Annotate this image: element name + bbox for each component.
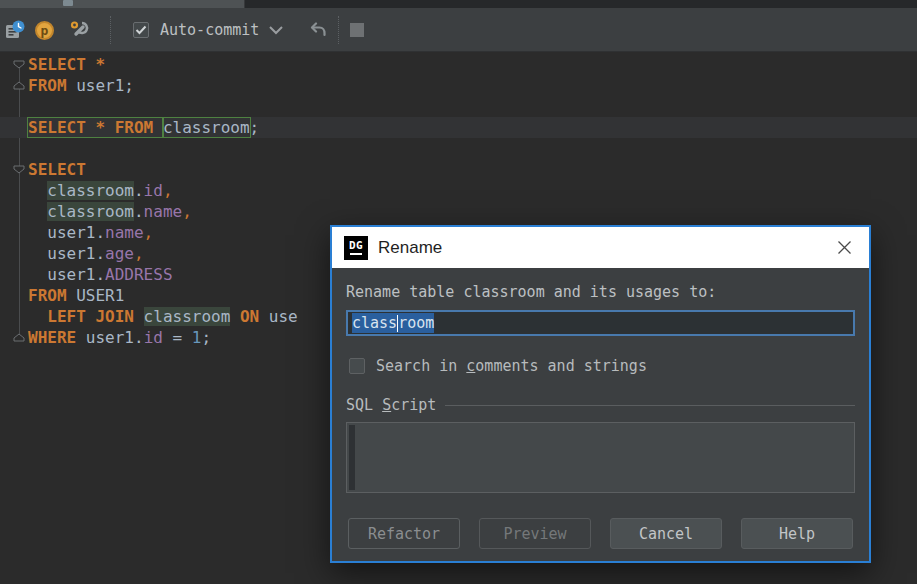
- usage-highlight: classroom: [47, 181, 134, 200]
- sql-script-label: SQL Script: [346, 396, 436, 414]
- code-line[interactable]: classroom.name,: [0, 201, 917, 222]
- code-token: [67, 286, 77, 305]
- code-line[interactable]: SELECT *: [0, 54, 917, 75]
- cancel-button[interactable]: Cancel: [610, 518, 722, 549]
- search-comments-checkbox[interactable]: Search in comments and strings: [346, 357, 855, 375]
- code-segment: WHERE user1.id = 1;: [28, 328, 211, 347]
- code-segment: classroom.name,: [28, 202, 192, 221]
- code-segment: ;: [250, 118, 260, 137]
- code-token: WHERE: [28, 328, 76, 347]
- script-panel-gutter: [349, 425, 355, 490]
- code-token: [153, 118, 163, 137]
- code-token: [230, 307, 240, 326]
- code-token: SELECT: [28, 118, 86, 137]
- code-line[interactable]: classroom.id,: [0, 180, 917, 201]
- code-token: ;: [124, 76, 134, 95]
- code-token: *: [86, 55, 105, 74]
- code-token: FROM: [115, 118, 154, 137]
- rollback-button[interactable]: [309, 8, 327, 52]
- rename-occurrence-box: classroom: [163, 118, 250, 137]
- code-token: ;: [250, 118, 260, 137]
- autocommit-checkbox[interactable]: [133, 8, 149, 52]
- code-token: SELECT: [28, 160, 86, 179]
- code-token: .: [95, 265, 105, 284]
- commit-history-button[interactable]: [4, 8, 26, 52]
- code-line[interactable]: SELECT: [0, 159, 917, 180]
- fold-down-marker[interactable]: [13, 165, 25, 174]
- close-icon: [837, 240, 852, 255]
- fold-down-marker[interactable]: [13, 60, 25, 69]
- code-token: user1: [47, 244, 95, 263]
- editor-tab[interactable]: [0, 0, 245, 8]
- code-token: user1: [47, 265, 95, 284]
- autocommit-dropdown[interactable]: [268, 8, 284, 52]
- settings-button[interactable]: [68, 8, 90, 52]
- code-token: [28, 223, 47, 242]
- code-token: [28, 244, 47, 263]
- code-line[interactable]: FROM user1;: [0, 75, 917, 96]
- rename-dialog: DG Rename Rename table classroom and its…: [330, 225, 871, 563]
- selected-text: classroom: [352, 313, 434, 333]
- rollback-icon: [309, 22, 327, 38]
- code-token: [134, 307, 144, 326]
- code-token: id: [144, 181, 163, 200]
- dialog-title: Rename: [378, 238, 442, 258]
- checkbox-unchecked-icon: [349, 358, 365, 374]
- sql-file-icon: [63, 0, 73, 6]
- preview-button[interactable]: Preview: [479, 518, 591, 549]
- code-segment: user1.name,: [28, 223, 153, 242]
- rename-prompt-label: Rename table classroom and its usages to…: [346, 283, 855, 301]
- code-token: [28, 307, 47, 326]
- sql-script-preview-panel[interactable]: [346, 422, 855, 493]
- code-line[interactable]: SELECT * FROM classroom;: [0, 117, 917, 138]
- refactor-button[interactable]: Refactor: [348, 518, 460, 549]
- code-token: FROM: [28, 286, 67, 305]
- code-token: user1: [86, 328, 134, 347]
- parameters-button[interactable]: p: [35, 8, 54, 52]
- code-token: SELECT: [28, 55, 86, 74]
- stop-button[interactable]: [350, 8, 364, 52]
- dialog-body: Rename table classroom and its usages to…: [332, 283, 869, 549]
- code-token: .: [134, 181, 144, 200]
- autocommit-label: Auto-commit: [160, 8, 259, 52]
- code-token: [76, 328, 86, 347]
- code-token: use: [259, 307, 298, 326]
- stop-icon: [350, 23, 364, 37]
- commit-history-icon: [4, 19, 26, 41]
- fold-up-marker[interactable]: [13, 81, 25, 90]
- code-segment: FROM user1;: [28, 76, 134, 95]
- code-segment: SELECT: [28, 160, 86, 179]
- code-token: name: [105, 223, 144, 242]
- checkbox-label: Search in comments and strings: [376, 357, 647, 375]
- code-token: ;: [201, 328, 211, 347]
- code-segment: user1.ADDRESS: [28, 265, 173, 284]
- rename-name-input[interactable]: classroom: [346, 310, 855, 336]
- code-token: name: [144, 202, 183, 221]
- code-token: classroom: [163, 118, 250, 137]
- fold-up-marker[interactable]: [13, 333, 25, 342]
- parameters-icon: p: [35, 21, 54, 40]
- code-token: .: [134, 328, 144, 347]
- dialog-close-button[interactable]: [831, 235, 857, 261]
- code-token: ,: [134, 244, 144, 263]
- code-token: LEFT JOIN: [47, 307, 134, 326]
- section-divider: [445, 405, 855, 406]
- code-token: FROM: [28, 76, 67, 95]
- help-button[interactable]: Help: [741, 518, 853, 549]
- code-token: .: [95, 244, 105, 263]
- code-token: [28, 265, 47, 284]
- code-line[interactable]: [0, 138, 917, 159]
- code-token: USER1: [76, 286, 124, 305]
- code-token: ON: [240, 307, 259, 326]
- code-token: user1: [76, 76, 124, 95]
- code-token: [28, 202, 47, 221]
- toolbar-separator: [110, 16, 111, 44]
- code-segment: LEFT JOIN classroom ON use: [28, 307, 298, 326]
- editor-toolbar: p Auto-commit: [0, 8, 917, 52]
- code-token: [67, 76, 77, 95]
- dialog-title-bar[interactable]: DG Rename: [332, 227, 869, 268]
- code-segment: classroom.id,: [28, 181, 173, 200]
- code-line[interactable]: [0, 96, 917, 117]
- code-token: age: [105, 244, 134, 263]
- chevron-down-icon: [268, 25, 284, 35]
